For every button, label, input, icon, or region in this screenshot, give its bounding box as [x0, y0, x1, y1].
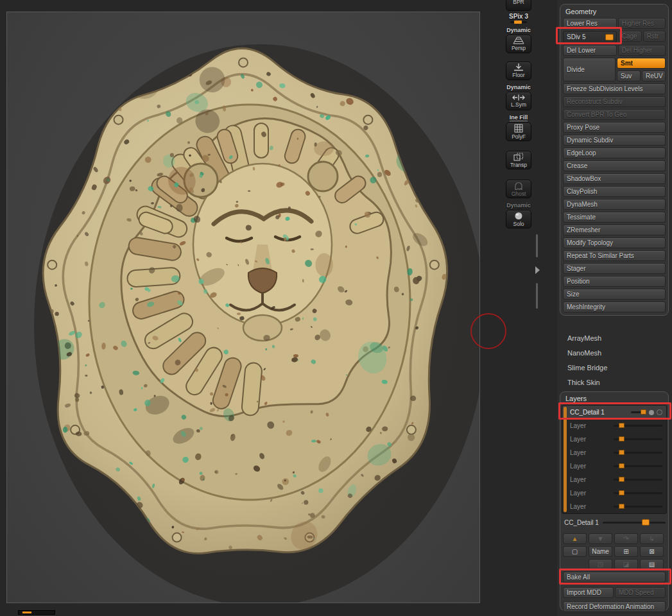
size-button[interactable]: Size	[563, 289, 666, 300]
slider-handle[interactable]	[619, 450, 625, 455]
polyf-button[interactable]: PolyF	[506, 123, 531, 141]
layer-visibility-icon[interactable]	[649, 410, 654, 415]
duplicate-layer-icon[interactable]: ⊞	[614, 546, 638, 557]
higher-res-button[interactable]: Higher Res	[618, 18, 666, 29]
name-button[interactable]: Name	[589, 546, 612, 557]
spix-slider[interactable]: SPix 3	[509, 13, 528, 23]
sdiv-slider[interactable]: SDiv 5	[563, 31, 617, 43]
slider-handle[interactable]	[641, 409, 646, 415]
layer-intensity-slider[interactable]	[614, 492, 662, 494]
divider-bar-bottom[interactable]	[536, 283, 538, 309]
layer-row[interactable]: Layer	[562, 473, 666, 486]
move-layer-up-icon[interactable]: ▲	[563, 533, 587, 544]
dynamic-persp-label: Dynamic	[506, 28, 531, 33]
canvas-bottom-widget[interactable]	[18, 610, 55, 615]
ghost-button[interactable]: Ghost	[506, 180, 531, 198]
transp-button[interactable]: Transp	[506, 151, 531, 169]
film-icon[interactable]: ▤	[640, 559, 664, 570]
layer-accent-bar	[564, 407, 567, 512]
persp-button[interactable]: Persp	[506, 35, 531, 53]
slider-handle[interactable]	[619, 490, 625, 495]
edgeloop-button[interactable]: EdgeLoop	[563, 148, 666, 158]
layers-palette-title[interactable]: Layers	[565, 395, 587, 402]
claypolish-button[interactable]: ClayPolish	[563, 186, 666, 197]
sdiv-slider-handle[interactable]	[605, 34, 614, 40]
selected-layer-slider[interactable]	[603, 522, 666, 524]
polyframe-grid-icon	[514, 124, 523, 133]
slider-handle[interactable]	[619, 436, 625, 441]
bpr-button[interactable]: BPR	[506, 0, 531, 11]
del-lower-button[interactable]: Del Lower	[563, 45, 617, 56]
layer-row[interactable]: Layer	[562, 446, 666, 459]
shadowbox-button[interactable]: ShadowBox	[563, 173, 666, 184]
del-higher-button[interactable]: Del Higher	[618, 45, 666, 56]
layer-intensity-slider[interactable]	[614, 465, 662, 467]
floor-button[interactable]: Floor	[506, 62, 531, 80]
layer-row[interactable]: Layer	[562, 500, 666, 513]
meshintegrity-button[interactable]: MeshIntegrity	[563, 302, 666, 312]
tray-expand-arrow-icon[interactable]	[535, 266, 540, 274]
geometry-palette-title[interactable]: Geometry	[563, 7, 666, 18]
convert-bpr-to-geo-button[interactable]: Convert BPR To Geo	[563, 109, 666, 120]
layer-row[interactable]: Layer	[562, 459, 666, 473]
palette-arraymesh[interactable]: ArrayMesh	[560, 331, 669, 346]
slider-handle[interactable]	[619, 477, 625, 482]
merge-layer-icon[interactable]: ◪	[614, 559, 638, 570]
reuv-button[interactable]: ReUV	[642, 71, 666, 81]
slider-handle[interactable]	[619, 504, 625, 509]
palette-nanomesh[interactable]: NanoMesh	[560, 346, 669, 361]
layer-intensity-slider[interactable]	[631, 411, 646, 413]
proxy-pose-button[interactable]: Proxy Pose	[563, 122, 666, 133]
lower-res-button[interactable]: Lower Res	[563, 18, 617, 29]
layer-intensity-slider[interactable]	[614, 479, 662, 481]
split-layer-icon[interactable]: ◳	[589, 559, 612, 570]
tray-divider[interactable]	[535, 234, 541, 311]
smt-button[interactable]: Smt	[617, 58, 666, 69]
layer-row-active[interactable]: CC_Detail 1	[562, 406, 666, 419]
zremesher-button[interactable]: ZRemesher	[563, 225, 666, 235]
viewport-canvas[interactable]	[6, 12, 480, 603]
widget-handle[interactable]	[22, 612, 31, 613]
cage-button[interactable]: Cage	[618, 31, 642, 42]
lsym-button[interactable]: L.Sym	[506, 92, 531, 110]
solo-button[interactable]: Solo	[506, 210, 531, 228]
slider-handle[interactable]	[619, 423, 625, 428]
layer-row[interactable]: Layer	[562, 419, 666, 432]
stager-button[interactable]: Stager	[563, 263, 666, 274]
bake-all-button[interactable]: Bake All	[563, 572, 666, 583]
palette-slime-bridge[interactable]: Slime Bridge	[560, 361, 669, 375]
delete-layer-icon[interactable]: ⊠	[640, 546, 664, 557]
dynamic-subdiv-button[interactable]: Dynamic Subdiv	[563, 135, 666, 146]
crease-button[interactable]: Crease	[563, 160, 666, 171]
reconstruct-subdiv-button[interactable]: Reconstruct Subdiv	[563, 96, 666, 107]
mdd-speed-slider[interactable]: MDD Speed	[615, 587, 666, 598]
repeat-to-similar-parts-button[interactable]: Repeat To Similar Parts	[563, 250, 666, 261]
frame-icon[interactable]: ▢	[563, 546, 587, 557]
branch-arrow-icon[interactable]: ↳	[640, 533, 664, 544]
spix-track[interactable]	[510, 21, 527, 23]
layer-row[interactable]: Layer	[562, 486, 666, 500]
record-deformation-animation-button[interactable]: Record Deformation Animation	[563, 601, 666, 612]
divide-button[interactable]: Divide	[563, 58, 616, 81]
slider-handle[interactable]	[619, 463, 625, 468]
suv-button[interactable]: Suv	[617, 71, 641, 81]
curve-arrow-icon[interactable]: ↷	[614, 533, 638, 544]
import-mdd-button[interactable]: Import MDD	[563, 587, 614, 598]
layer-row[interactable]: Layer	[562, 432, 666, 446]
divider-bar-top[interactable]	[536, 234, 538, 257]
layer-intensity-slider[interactable]	[614, 425, 662, 427]
modify-topology-button[interactable]: Modify Topology	[563, 237, 666, 248]
layer-intensity-slider[interactable]	[614, 506, 662, 508]
tessimate-button[interactable]: Tessimate	[563, 212, 666, 223]
freeze-subdivision-levels-button[interactable]: Freeze SubDivision Levels	[563, 83, 666, 94]
layer-intensity-slider[interactable]	[614, 438, 662, 440]
rstr-button[interactable]: Rstr	[643, 31, 666, 42]
layer-record-icon[interactable]	[657, 409, 662, 415]
position-button[interactable]: Position	[563, 276, 666, 287]
spix-handle[interactable]	[514, 21, 522, 24]
palette-thick-skin[interactable]: Thick Skin	[560, 375, 669, 390]
move-layer-down-icon[interactable]: ▼	[589, 533, 612, 544]
dynamesh-button[interactable]: DynaMesh	[563, 199, 666, 210]
layer-intensity-slider[interactable]	[614, 452, 662, 454]
slider-handle[interactable]	[642, 519, 650, 526]
